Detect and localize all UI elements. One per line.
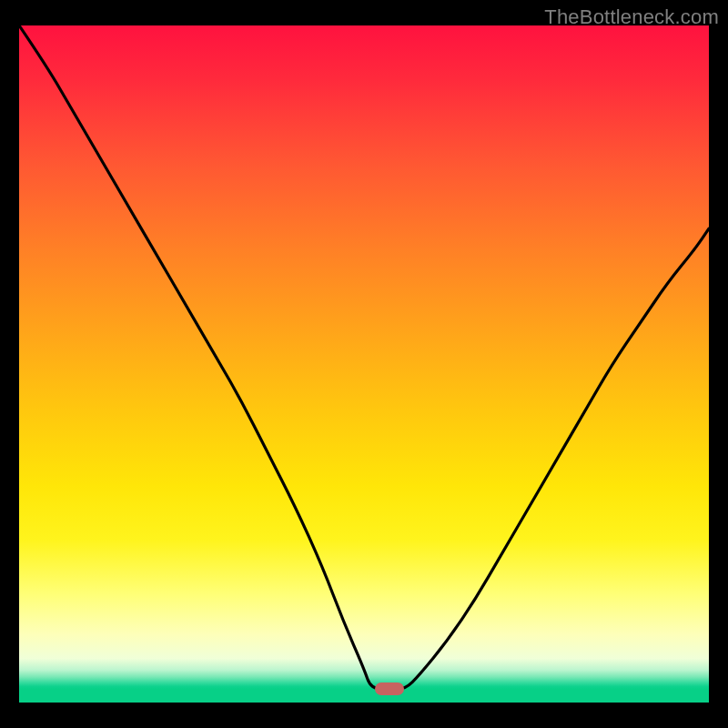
plot-area xyxy=(19,25,709,703)
bottleneck-curve xyxy=(19,25,709,703)
watermark-text: TheBottleneck.com xyxy=(544,5,719,29)
trough-indicator xyxy=(375,682,404,695)
chart-frame: TheBottleneck.com xyxy=(0,0,728,728)
curve-path xyxy=(19,25,709,689)
